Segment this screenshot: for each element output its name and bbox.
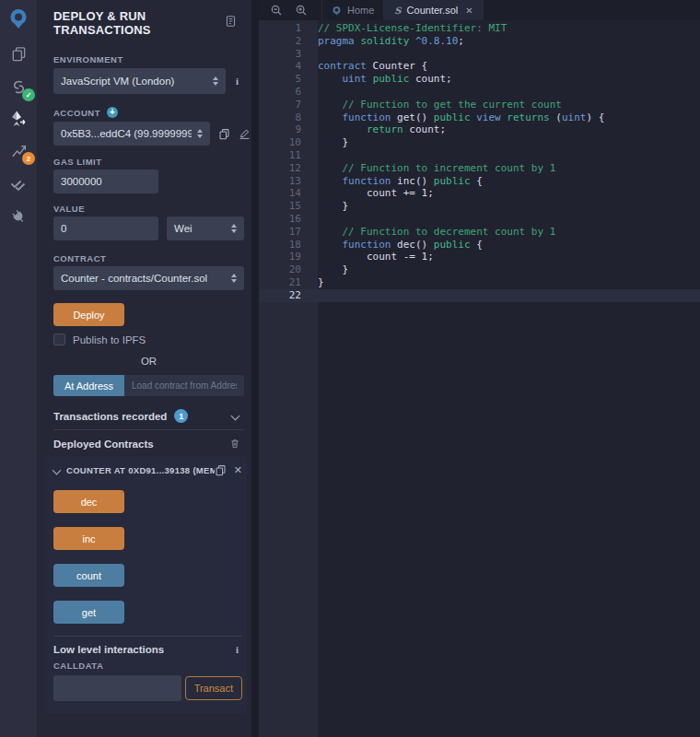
line-content: uint public count; — [301, 73, 452, 86]
transactions-recorded-label: Transactions recorded — [53, 411, 167, 422]
collapse-contract-icon[interactable] — [52, 466, 62, 475]
code-line-13[interactable]: 13 function inc() public { — [259, 175, 700, 188]
line-number: 21 — [259, 276, 301, 289]
value-input[interactable]: 0 — [53, 216, 158, 240]
zoom-in-icon[interactable] — [296, 5, 307, 16]
gas-limit-input[interactable]: 3000000 — [53, 170, 158, 193]
remove-contract-icon[interactable]: ✕ — [234, 464, 242, 476]
code-lines: 1// SPDX-License-Identifier: MIT2pragma … — [259, 22, 700, 302]
chevron-down-icon[interactable] — [231, 412, 240, 421]
file-explorer-icon — [10, 45, 28, 63]
code-line-16[interactable]: 16 — [259, 213, 700, 226]
copy-contract-address-icon[interactable] — [215, 464, 227, 476]
line-number: 15 — [259, 200, 301, 213]
calldata-input[interactable] — [53, 675, 181, 701]
code-line-1[interactable]: 1// SPDX-License-Identifier: MIT — [259, 22, 700, 35]
line-content: } — [301, 136, 348, 149]
tab-home-label: Home — [347, 5, 374, 16]
transact-button[interactable]: Transact — [185, 676, 242, 700]
at-address-button[interactable]: At Address — [53, 375, 124, 396]
environment-info-icon[interactable]: i — [236, 76, 239, 87]
code-line-14[interactable]: 14 count += 1; — [259, 187, 700, 200]
code-line-19[interactable]: 19 count -= 1; — [259, 251, 700, 263]
code-line-20[interactable]: 20 } — [259, 263, 700, 276]
clear-contracts-trash-icon[interactable] — [229, 438, 240, 450]
code-line-12[interactable]: 12 // Function to increment count by 1 — [259, 162, 700, 175]
line-number: 13 — [259, 175, 301, 188]
line-content: } — [301, 200, 348, 213]
line-number: 2 — [259, 35, 301, 48]
compiler-success-badge: ✓ — [22, 88, 35, 101]
code-line-11[interactable]: 11 — [259, 149, 700, 162]
code-line-6[interactable]: 6 — [259, 86, 700, 99]
tab-home[interactable]: Home — [321, 0, 384, 20]
low-level-info-icon[interactable]: i — [236, 644, 239, 655]
chevron-updown-icon — [231, 224, 237, 233]
code-line-18[interactable]: 18 function dec() public { — [259, 239, 700, 252]
code-line-3[interactable]: 3 — [259, 48, 700, 61]
code-line-4[interactable]: 4contract Counter { — [259, 60, 700, 73]
analysis-count-badge: 2 — [22, 152, 35, 165]
environment-select[interactable]: JavaScript VM (London) — [53, 68, 226, 94]
sidebar-item-plugin-manager[interactable] — [6, 205, 30, 228]
line-content: // Function to get the current count — [301, 99, 562, 111]
sidebar-item-file-explorer[interactable] — [6, 41, 30, 65]
at-address-input[interactable]: Load contract from Address — [124, 375, 244, 396]
publish-ipfs-checkbox[interactable] — [53, 333, 65, 345]
deploy-button[interactable]: Deploy — [53, 303, 124, 326]
code-line-21[interactable]: 21} — [259, 276, 700, 289]
remix-logo-icon — [6, 6, 30, 30]
code-line-10[interactable]: 10 } — [259, 136, 700, 149]
code-line-8[interactable]: 8 function get() public view returns (ui… — [259, 111, 700, 124]
code-line-2[interactable]: 2pragma solidity ^0.8.10; — [259, 35, 700, 48]
line-number: 11 — [259, 149, 301, 162]
deployed-contracts-label: Deployed Contracts — [53, 439, 154, 450]
code-line-22[interactable]: 22 — [259, 289, 700, 302]
line-content: // Function to decrement count by 1 — [301, 226, 555, 239]
add-account-icon[interactable]: + — [107, 107, 118, 118]
chevron-updown-icon — [213, 76, 218, 86]
code-line-15[interactable]: 15 } — [259, 200, 700, 213]
documentation-icon[interactable] — [225, 15, 237, 31]
code-line-5[interactable]: 5 uint public count; — [259, 73, 700, 86]
double-check-icon — [9, 175, 28, 193]
code-line-17[interactable]: 17 // Function to decrement count by 1 — [259, 226, 700, 239]
plug-icon — [6, 205, 29, 228]
line-content: // Function to increment count by 1 — [301, 162, 555, 175]
account-select[interactable]: 0x5B3...eddC4 (99.9999999 — [53, 122, 210, 146]
code-line-9[interactable]: 9 return count; — [259, 123, 700, 136]
zoom-out-icon[interactable] — [271, 5, 282, 16]
line-number: 7 — [259, 99, 301, 111]
activity-icon-bar: ✓ 2 — [0, 0, 37, 737]
value-unit: Wei — [174, 223, 226, 234]
panel-title: DEPLOY & RUN TRANSACTIONS — [53, 9, 225, 37]
contract-fn-inc-button[interactable]: inc — [53, 527, 124, 550]
editor-area: Home S Counter.sol ✕ 1// SPDX-License-Id… — [259, 0, 700, 737]
editor-tab-bar: Home S Counter.sol ✕ — [259, 0, 700, 20]
or-divider: OR — [53, 356, 244, 367]
sidebar-item-solidity-compiler[interactable]: ✓ — [6, 75, 30, 99]
sidebar-item-solidity-analysis[interactable]: 2 — [6, 138, 30, 162]
edit-account-icon[interactable] — [239, 128, 251, 140]
panel-resize-handle[interactable] — [251, 0, 259, 737]
code-line-7[interactable]: 7 // Function to get the current count — [259, 99, 700, 111]
tab-counter-sol[interactable]: S Counter.sol ✕ — [384, 0, 483, 20]
contract-fn-dec-button[interactable]: dec — [53, 490, 124, 513]
contract-select[interactable]: Counter - contracts/Counter.sol — [53, 266, 244, 290]
sidebar-item-unit-testing[interactable] — [6, 172, 30, 196]
sidebar-item-deploy-run[interactable] — [6, 107, 30, 131]
value-unit-select[interactable]: Wei — [167, 216, 244, 240]
solidity-icon: S — [394, 6, 401, 16]
contract-fn-get-button[interactable]: get — [53, 601, 124, 624]
environment-value: JavaScript VM (London) — [61, 76, 207, 87]
value-amount: 0 — [61, 223, 66, 234]
remix-home-icon — [332, 6, 342, 16]
close-tab-icon[interactable]: ✕ — [465, 6, 472, 16]
code-editor[interactable]: 1// SPDX-License-Identifier: MIT2pragma … — [259, 20, 700, 737]
remix-logo[interactable] — [6, 6, 30, 30]
line-content — [301, 213, 318, 226]
line-number: 14 — [259, 187, 301, 200]
contract-fn-count-button[interactable]: count — [53, 564, 124, 587]
line-content: } — [301, 263, 348, 276]
copy-account-icon[interactable] — [218, 128, 230, 140]
